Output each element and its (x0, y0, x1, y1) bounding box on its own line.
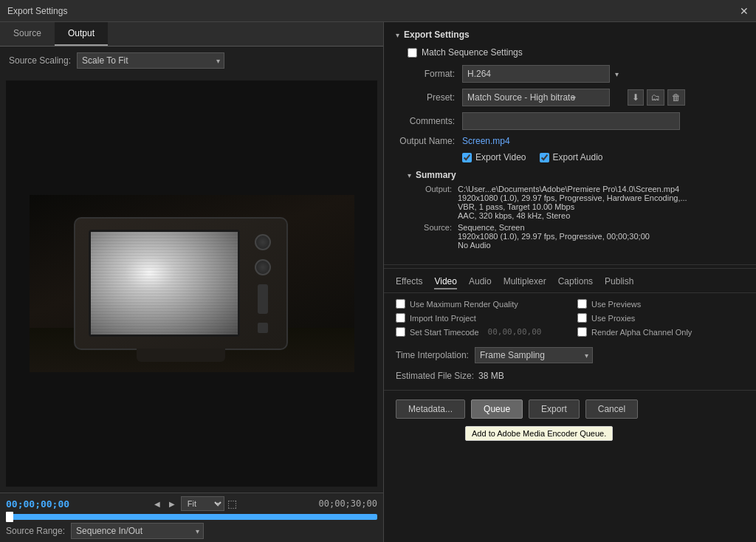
summary-source-details: Sequence, Screen 1920x1080 (1.0), 29.97 … (458, 223, 650, 250)
source-range-row: Source Range: Sequence In/Out Entire Seq… (6, 523, 377, 539)
export-video-checkbox[interactable] (462, 153, 472, 162)
format-select[interactable]: H.264 H.265 QuickTime (462, 65, 610, 83)
source-range-label: Source Range: (6, 526, 65, 536)
tab-captions[interactable]: Captions (558, 276, 593, 289)
section-header: ▾ Export Settings (396, 30, 744, 40)
export-audio-label: Export Audio (540, 152, 603, 162)
timeline-bar[interactable] (6, 514, 377, 520)
use-max-render-checkbox[interactable] (396, 299, 405, 309)
import-into-project-checkbox[interactable] (396, 313, 405, 323)
transport-btns: ◀ ▶ Fit 25% 50% 75% 100% ⬚ (151, 496, 237, 511)
close-button[interactable]: ✕ (740, 5, 749, 17)
action-buttons: Metadata... Queue Export Cancel Add to A… (384, 394, 756, 425)
summary-output-detail3: AAC, 320 kbps, 48 kHz, Stereo (458, 211, 687, 220)
queue-button[interactable]: Queue (471, 399, 523, 419)
export-button[interactable]: Export (529, 399, 580, 419)
tooltip: Add to Adobe Media Encoder Queue. (465, 426, 613, 441)
tab-multiplexer[interactable]: Multiplexer (504, 276, 546, 289)
preview-area (6, 80, 377, 487)
timeline-controls: 00;00;00;00 ◀ ▶ Fit 25% 50% 75% 100% ⬚ (0, 493, 383, 542)
time-interp-select[interactable]: Frame Sampling Frame Blending Optical Fl… (475, 347, 593, 363)
delete-preset-button[interactable]: 🗑 (667, 89, 685, 106)
right-panel: ▾ Export Settings Match Sequence Setting… (384, 22, 756, 542)
tv-scene (30, 195, 354, 372)
preset-label: Preset: (396, 92, 455, 103)
comments-input[interactable] (462, 112, 680, 130)
timecode-row: 00;00;00;00 ◀ ▶ Fit 25% 50% 75% 100% ⬚ (6, 496, 377, 511)
fit-select[interactable]: Fit 25% 50% 75% 100% (181, 496, 224, 511)
summary-output-detail2: VBR, 1 pass, Target 10.00 Mbps (458, 202, 687, 211)
summary-source-detail3: No Audio (458, 241, 650, 250)
tab-audio[interactable]: Audio (469, 276, 492, 289)
use-proxies-label: Use Proxies (591, 314, 635, 323)
preset-select[interactable]: Match Source - High bitrate Match Source… (462, 89, 610, 106)
timecode-value: 00,00,00,00 (488, 327, 542, 337)
tab-publish[interactable]: Publish (605, 276, 633, 289)
time-interp-label: Time Interpolation: (396, 350, 469, 360)
use-max-render-label: Use Maximum Render Quality (410, 300, 518, 309)
cancel-button[interactable]: Cancel (585, 399, 638, 419)
fit-wrapper: Fit 25% 50% 75% 100% (181, 496, 224, 511)
set-start-timecode-checkbox[interactable] (396, 327, 405, 337)
frame-icon[interactable]: ⬚ (227, 498, 237, 510)
main-container: Source Output Source Scaling: Scale To F… (0, 22, 756, 542)
summary-output-detail1: 1920x1080 (1.0), 29.97 fps, Progressive,… (458, 193, 687, 202)
format-select-wrapper: H.264 H.265 QuickTime (462, 65, 625, 83)
use-proxies-checkbox[interactable] (577, 313, 587, 323)
tabs: Source Output (0, 22, 383, 47)
output-name-link[interactable]: Screen.mp4 (462, 136, 510, 146)
timecode-end: 00;00;30;00 (319, 498, 377, 509)
rewind-button[interactable]: ◀ (151, 498, 163, 510)
summary-header: ▾ Summary (408, 170, 744, 180)
time-interpolation-row: Time Interpolation: Frame Sampling Frame… (384, 343, 756, 368)
source-range-select[interactable]: Sequence In/Out Entire Sequence Work Are… (71, 523, 204, 539)
tab-effects[interactable]: Effects (396, 276, 422, 289)
format-row: Format: H.264 H.265 QuickTime (396, 65, 744, 83)
summary-title: Summary (416, 170, 456, 180)
source-range-wrapper: Sequence In/Out Entire Sequence Work Are… (71, 523, 204, 539)
comments-row: Comments: (396, 112, 744, 130)
use-previews-checkbox[interactable] (577, 299, 587, 309)
left-panel: Source Output Source Scaling: Scale To F… (0, 22, 384, 542)
summary-output-label: Output: (408, 185, 452, 220)
set-start-timecode-label: Set Start Timecode (410, 328, 479, 337)
summary-source-row: Source: Sequence, Screen 1920x1080 (1.0)… (408, 223, 744, 250)
export-checks: Export Video Export Audio (462, 152, 744, 162)
file-size-label: Estimated File Size: (396, 371, 474, 381)
tab-video[interactable]: Video (434, 276, 456, 289)
use-previews-row: Use Previews (577, 299, 744, 309)
save-preset-button[interactable]: ⬇ (628, 89, 644, 106)
comments-label: Comments: (396, 116, 455, 126)
title-bar: Export Settings ✕ (0, 0, 756, 22)
import-into-project-row: Import Into Project (396, 313, 563, 323)
divider (384, 268, 756, 269)
tab-output[interactable]: Output (55, 22, 108, 46)
summary-section: ▾ Summary Output: C:\User...e\Documents\… (408, 170, 744, 250)
source-scaling-label: Source Scaling: (9, 55, 71, 66)
match-sequence-checkbox[interactable] (408, 48, 417, 58)
format-label: Format: (396, 69, 455, 79)
import-into-project-label: Import Into Project (410, 314, 476, 323)
time-interp-wrapper: Frame Sampling Frame Blending Optical Fl… (475, 347, 593, 363)
options-grid: Use Maximum Render Quality Use Previews … (396, 299, 744, 337)
source-scaling-select[interactable]: Scale To Fit Scale To Fill Stretch To Fi… (77, 52, 224, 69)
use-previews-label: Use Previews (591, 300, 641, 309)
render-alpha-checkbox[interactable] (577, 327, 587, 337)
play-button[interactable]: ▶ (166, 498, 178, 510)
summary-output-details: C:\User...e\Documents\Adobe\Premiere Pro… (458, 185, 687, 220)
match-sequence-label: Match Sequence Settings (422, 47, 523, 58)
preset-select-wrapper: Match Source - High bitrate Match Source… (462, 89, 625, 106)
export-audio-checkbox[interactable] (540, 153, 549, 162)
render-alpha-label: Render Alpha Channel Only (591, 328, 692, 337)
timecode-start: 00;00;00;00 (6, 498, 69, 510)
preset-row: Preset: Match Source - High bitrate Matc… (396, 89, 744, 106)
summary-source-label: Source: (408, 223, 452, 250)
source-scaling-row: Source Scaling: Scale To Fit Scale To Fi… (0, 47, 383, 75)
collapse-arrow-icon[interactable]: ▾ (396, 31, 399, 39)
metadata-button[interactable]: Metadata... (396, 399, 465, 419)
export-video-label: Export Video (462, 152, 526, 162)
tab-source[interactable]: Source (0, 22, 55, 46)
summary-collapse-icon[interactable]: ▾ (408, 171, 411, 179)
import-preset-button[interactable]: 🗂 (647, 89, 664, 106)
export-settings-title: Export Settings (404, 30, 470, 40)
